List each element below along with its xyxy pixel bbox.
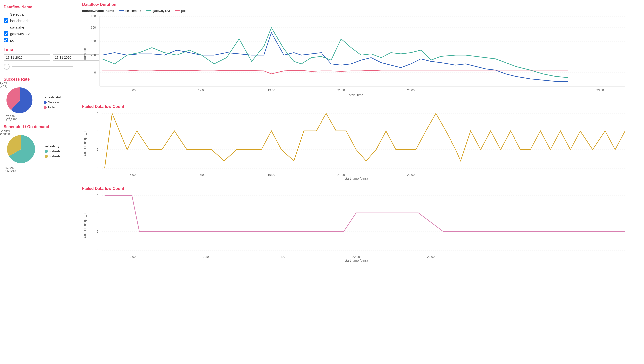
slider-track[interactable] — [12, 66, 74, 67]
svg-text:start_time: start_time — [349, 93, 363, 97]
svg-text:600: 600 — [91, 26, 96, 30]
checkbox-benchmark[interactable]: benchmark — [4, 19, 74, 23]
scheduled-legend-title: refresh_ty... — [45, 145, 62, 148]
svg-text:22:00: 22:00 — [352, 255, 360, 259]
scheduled-title: Scheduled / On demand — [4, 125, 74, 129]
svg-text:3: 3 — [96, 129, 98, 133]
svg-text:23:00: 23:00 — [407, 89, 415, 92]
svg-text:2: 2 — [96, 148, 98, 151]
failed-percent-sub: (24,77%) — [0, 85, 8, 88]
svg-text:17:00: 17:00 — [198, 173, 206, 176]
checkbox-gateway123[interactable]: gateway123 — [4, 31, 74, 36]
dataflow-name-title: Dataflow Name — [4, 5, 74, 10]
svg-text:15:00: 15:00 — [128, 173, 136, 176]
scheduled-small-sub: (14,68%) — [0, 132, 10, 135]
legend-pdf: pdf — [181, 9, 186, 13]
slider-circle[interactable] — [4, 64, 10, 70]
svg-text:200: 200 — [91, 53, 96, 57]
svg-text:4: 4 — [96, 194, 98, 197]
svg-text:21:00: 21:00 — [338, 173, 345, 176]
svg-text:2: 2 — [96, 230, 98, 233]
duration-chart: Dataflow Duration dataflowname_name benc… — [82, 3, 639, 99]
svg-text:start_time (bins): start_time (bins) — [344, 259, 368, 262]
failed-count-svg2: 4 3 2 0 Count of unique_id 19:00 20:00 2… — [82, 193, 630, 263]
scheduled-large-sub: (85,32%) — [5, 169, 16, 172]
svg-text:4: 4 — [96, 112, 98, 115]
failed-label: Failed — [48, 106, 56, 109]
failed-count-chart: Failed Dataflow Count 4 3 2 0 — [82, 104, 639, 181]
success-rate-title: Success Rate — [4, 77, 74, 82]
svg-text:23:00: 23:00 — [596, 89, 604, 92]
scheduled-small-percent: 14,68% — [0, 129, 10, 132]
refresh-ondemand-label: Refresh... — [49, 154, 62, 158]
svg-text:23:00: 23:00 — [427, 255, 434, 259]
checkbox-select-all[interactable]: Select all — [4, 12, 74, 17]
legend-gateway123: gateway123 — [152, 9, 170, 13]
svg-text:19:00: 19:00 — [268, 173, 275, 176]
failed-count-title2: Failed Dataflow Count — [82, 187, 639, 191]
svg-text:21:00: 21:00 — [278, 255, 285, 259]
svg-text:0: 0 — [96, 249, 98, 252]
success-percent-sub: (75,23%) — [6, 118, 18, 121]
svg-text:17:00: 17:00 — [198, 89, 206, 92]
svg-text:Count of unique_id: Count of unique_id — [83, 213, 87, 238]
duration-svg: 800 600 400 200 0 duration 15:00 17:00 1… — [82, 14, 630, 99]
failed-percent-label: 24,77% — [0, 82, 8, 85]
time-title: Time — [4, 47, 74, 52]
svg-text:400: 400 — [91, 40, 96, 43]
failed-count-svg: 4 3 2 0 Count of unique_id 15:00 17:00 1… — [82, 111, 630, 181]
svg-text:19:00: 19:00 — [128, 255, 136, 259]
checkbox-datalake[interactable]: datalake — [4, 25, 74, 30]
success-percent-label: 75,23% — [6, 115, 18, 118]
checkbox-pdf[interactable]: pdf — [4, 38, 74, 42]
legend-benchmark: benchmark — [125, 9, 141, 13]
svg-text:800: 800 — [91, 15, 96, 18]
svg-text:duration: duration — [83, 48, 87, 60]
svg-text:23:00: 23:00 — [407, 173, 415, 176]
svg-text:21:00: 21:00 — [338, 89, 345, 92]
date-start-input[interactable] — [4, 54, 50, 61]
svg-text:0: 0 — [94, 71, 96, 74]
svg-text:20:00: 20:00 — [203, 255, 210, 259]
svg-text:3: 3 — [96, 211, 98, 215]
duration-chart-title: Dataflow Duration — [82, 3, 639, 7]
refresh-scheduled-label: Refresh... — [49, 150, 62, 153]
scheduled-large-percent: 85,32% — [5, 166, 16, 169]
failed-count-title: Failed Dataflow Count — [82, 104, 639, 109]
svg-text:start_time (bins): start_time (bins) — [344, 176, 368, 180]
success-legend-title: refresh_stat... — [44, 96, 63, 99]
svg-text:15:00: 15:00 — [128, 89, 136, 92]
failed-count-chart2: Failed Dataflow Count 4 3 2 0 — [82, 187, 639, 264]
legend-prefix: dataflowname_name — [82, 9, 114, 13]
svg-text:19:00: 19:00 — [268, 89, 275, 92]
success-label: Success — [48, 101, 59, 104]
svg-text:0: 0 — [96, 166, 98, 170]
svg-text:Count of unique_id: Count of unique_id — [83, 131, 87, 156]
